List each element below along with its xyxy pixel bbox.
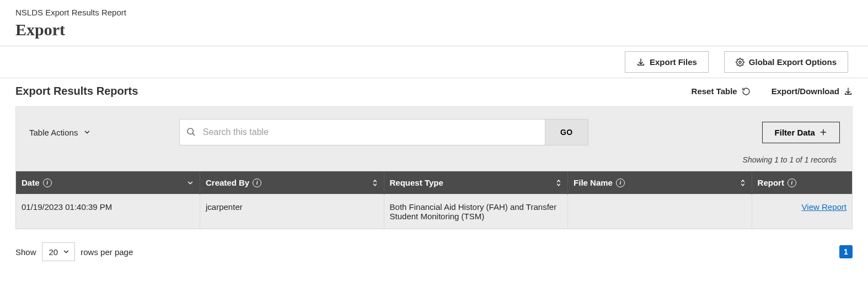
reset-table-label: Reset Table — [692, 86, 737, 96]
cell-created-by: jcarpenter — [200, 194, 384, 229]
export-download-label: Export/Download — [771, 86, 839, 96]
chevron-down-icon — [186, 179, 194, 187]
reset-icon — [742, 87, 751, 96]
cell-report: View Report — [752, 194, 852, 229]
sort-icon — [740, 178, 746, 187]
page-size-value: 20 — [49, 247, 58, 257]
search-icon — [186, 127, 196, 137]
sort-icon — [555, 178, 562, 187]
col-header-created-by[interactable]: Created By i — [200, 171, 384, 194]
cell-date: 01/19/2023 01:40:39 PM — [16, 194, 200, 229]
global-export-options-button[interactable]: Global Export Options — [724, 51, 848, 73]
rows-per-page-label: rows per page — [81, 247, 133, 257]
sort-icon — [372, 178, 378, 187]
page-number-current[interactable]: 1 — [839, 245, 853, 258]
view-report-link[interactable]: View Report — [802, 202, 846, 212]
info-icon: i — [616, 178, 625, 187]
info-icon: i — [787, 178, 796, 187]
filter-data-button[interactable]: Filter Data — [762, 122, 840, 143]
info-icon: i — [253, 178, 261, 187]
info-icon: i — [43, 178, 52, 187]
export-download-button[interactable]: Export/Download — [771, 86, 853, 96]
reset-table-button[interactable]: Reset Table — [692, 86, 751, 96]
plus-icon — [819, 128, 827, 136]
download-icon — [844, 87, 853, 96]
page-title: Export — [15, 20, 853, 39]
top-toolbar: Export Files Global Export Options — [0, 46, 868, 78]
col-header-file-name-label: File Name — [574, 178, 613, 187]
filter-data-label: Filter Data — [775, 128, 815, 137]
table-actions-label: Table Actions — [29, 128, 78, 137]
export-files-label: Export Files — [650, 57, 697, 67]
chevron-down-icon — [83, 128, 91, 136]
chevron-down-icon — [62, 248, 70, 256]
col-header-request-type[interactable]: Request Type — [384, 171, 568, 194]
table-controls: Table Actions GO Filter Data — [15, 106, 853, 171]
svg-line-2 — [192, 133, 194, 135]
col-header-date[interactable]: Date i — [16, 171, 200, 194]
go-button[interactable]: GO — [545, 119, 588, 145]
records-count: Showing 1 to 1 of 1 records — [28, 155, 840, 164]
download-icon — [636, 58, 645, 67]
cell-request-type: Both Financial Aid History (FAH) and Tra… — [384, 194, 568, 229]
section-title: Export Results Reports — [15, 85, 671, 98]
global-export-options-label: Global Export Options — [749, 57, 837, 67]
col-header-request-type-label: Request Type — [390, 178, 443, 187]
gear-icon — [736, 58, 744, 67]
col-header-date-label: Date — [22, 178, 40, 187]
col-header-file-name[interactable]: File Name i — [568, 171, 752, 194]
results-table: Date i Created By i — [16, 171, 852, 229]
cell-file-name — [568, 194, 752, 229]
export-files-button[interactable]: Export Files — [625, 51, 709, 73]
col-header-report-label: Report — [758, 178, 784, 187]
table-row: 01/19/2023 01:40:39 PM jcarpenter Both F… — [16, 194, 852, 229]
col-header-report: Report i — [752, 171, 852, 194]
show-label: Show — [15, 247, 36, 257]
breadcrumb: NSLDS Export Results Report — [15, 8, 853, 17]
table-actions-dropdown[interactable]: Table Actions — [28, 125, 92, 140]
page-size-select[interactable]: 20 — [42, 242, 76, 261]
svg-point-0 — [739, 61, 741, 63]
search-input[interactable] — [179, 119, 545, 145]
col-header-created-by-label: Created By — [206, 178, 249, 187]
